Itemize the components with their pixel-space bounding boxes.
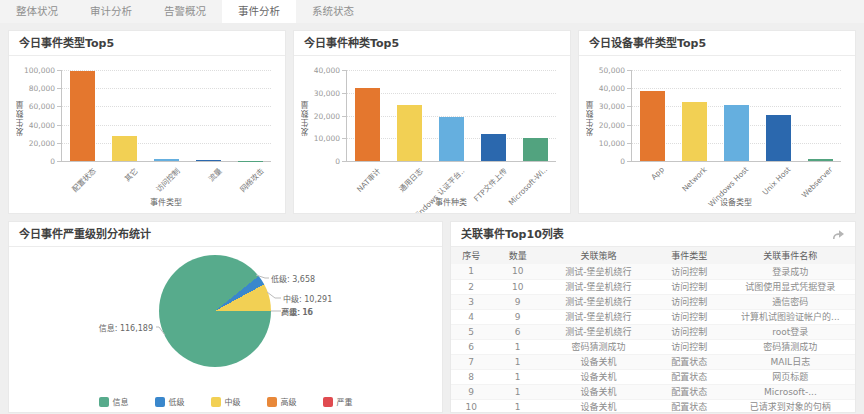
y-axis-tick-label: 0 <box>620 157 625 166</box>
dashboard-main: 今日事件类型Top5 发生数量020,00040,00060,00080,000… <box>0 23 864 413</box>
y-axis-tick-label: 0 <box>50 157 55 166</box>
legend-item-高级[interactable]: 高级 <box>267 396 297 407</box>
x-axis-tick-label: Network <box>680 165 709 194</box>
x-axis-tick-label: 配置状态 <box>69 165 98 194</box>
table-cell: 设备关机 <box>544 354 653 369</box>
y-axis-tick-mark <box>627 143 631 144</box>
table-cell: 密码猜测成功 <box>544 339 653 354</box>
legend-label: 信息 <box>113 396 129 407</box>
table-col-header: 关联策略 <box>544 247 653 264</box>
table-cell: 8 <box>451 369 491 384</box>
table-cell: 3 <box>451 294 491 309</box>
table-cell: 配置状态 <box>653 399 726 413</box>
y-axis-tick-label: 40,000 <box>599 84 625 93</box>
table-cell: 9 <box>491 294 544 309</box>
table-row: 110测试-堡垒机绕行访问控制登录成功 <box>451 264 855 279</box>
y-axis-tick-label: 50,000 <box>599 66 625 75</box>
x-axis-tick-label: App <box>650 165 667 182</box>
pie-legend: 信息低级中级高级严重 <box>9 396 442 407</box>
legend-item-严重[interactable]: 严重 <box>323 396 353 407</box>
legend-label: 低级 <box>169 396 185 407</box>
y-axis-tick-label: 20,000 <box>29 138 55 147</box>
table-row: 49测试-堡垒机绕行访问控制计算机试图验证帐户的... <box>451 309 855 324</box>
table-cell: Microsoft-... <box>726 384 855 399</box>
bar-Windows 认证平台.. <box>439 117 464 161</box>
table-cell: 测试-堡垒机绕行 <box>544 279 653 294</box>
table-cell: 10 <box>491 264 544 279</box>
table-cell: 访问控制 <box>653 339 726 354</box>
bar-FTP文件上传 <box>481 134 506 161</box>
panel-title-severity: 今日事件严重级别分布统计 <box>19 222 151 247</box>
table-cell: 10 <box>491 279 544 294</box>
table-cell: 设备关机 <box>544 399 653 413</box>
table-rows: 110测试-堡垒机绕行访问控制登录成功210测试-堡垒机绕行访问控制试图使用显式… <box>451 264 855 413</box>
x-axis-title: 事件类型 <box>61 196 271 209</box>
table-cell: 9 <box>451 384 491 399</box>
legend-label: 高级 <box>281 396 297 407</box>
severity-pie <box>159 255 271 367</box>
y-axis-title: 发生数量 <box>300 100 311 136</box>
y-axis-tick-mark <box>627 88 631 89</box>
table-col-header: 关联事件名称 <box>726 247 855 264</box>
bar-流量 <box>196 160 221 161</box>
table-cell: 访问控制 <box>653 309 726 324</box>
legend-item-信息[interactable]: 信息 <box>99 396 129 407</box>
legend-item-中级[interactable]: 中级 <box>211 396 241 407</box>
y-axis-tick-mark <box>57 125 61 126</box>
related-events-table: 序号数量关联策略事件类型关联事件名称 110测试-堡垒机绕行访问控制登录成功21… <box>451 247 855 413</box>
table-row: 39测试-堡垒机绕行访问控制通信密码 <box>451 294 855 309</box>
table-cell: 配置状态 <box>653 369 726 384</box>
x-axis-tick-label: 其它 <box>121 165 139 183</box>
table-row: 56测试-堡垒机绕行访问控制root登录 <box>451 324 855 339</box>
y-axis-tick-label: 20,000 <box>314 111 340 120</box>
x-axis-tick-label: Webserver <box>800 165 835 200</box>
y-axis-tick-label: 60,000 <box>29 102 55 111</box>
y-axis-tick-mark <box>57 106 61 107</box>
table-cell: 10 <box>451 399 491 413</box>
share-arrow-icon[interactable] <box>832 229 845 240</box>
x-axis-tick-label: 访问控制 <box>153 165 182 194</box>
table-header-row: 序号数量关联策略事件类型关联事件名称 <box>451 247 855 264</box>
y-axis-tick-label: 20,000 <box>599 120 625 129</box>
table-row: 91设备关机配置状态Microsoft-... <box>451 384 855 399</box>
table-cell: 测试-堡垒机绕行 <box>544 309 653 324</box>
tab-overall-status[interactable]: 整体状况 <box>0 0 74 23</box>
y-axis-tick-mark <box>627 106 631 107</box>
table-cell: 试图使用显式凭据登录 <box>726 279 855 294</box>
legend-swatch <box>323 397 333 407</box>
tab-alert-overview[interactable]: 告警概况 <box>148 0 222 23</box>
y-axis-tick-mark <box>342 138 346 139</box>
panel-title-related-events: 关联事件Top10列表 <box>461 222 564 247</box>
legend-label: 严重 <box>337 396 353 407</box>
bar-NAT审计 <box>355 88 380 161</box>
x-axis-tick-label: Unix Host <box>760 165 792 197</box>
tab-audit-analysis[interactable]: 审计分析 <box>74 0 148 23</box>
table-cell: 1 <box>491 339 544 354</box>
tab-event-analysis[interactable]: 事件分析 <box>222 0 296 23</box>
legend-label: 中级 <box>225 396 241 407</box>
y-axis-tick-mark <box>342 70 346 71</box>
y-axis-tick-label: 80,000 <box>29 84 55 93</box>
top-tab-bar: 整体状况 审计分析 告警概况 事件分析 系统状态 <box>0 0 864 23</box>
y-axis-title: 发生数量 <box>15 100 26 136</box>
bar-其它 <box>112 136 137 161</box>
card-severity-pie: 今日事件严重级别分布统计 低级: 3,658中级: 10,291高级: 16严重… <box>8 221 443 413</box>
table-col-header: 数量 <box>491 247 544 264</box>
y-axis-tick-label: 0 <box>335 157 340 166</box>
legend-swatch <box>155 397 165 407</box>
table-cell: 6 <box>491 324 544 339</box>
table-cell: 7 <box>451 354 491 369</box>
card-event-kind-top5: 今日事件种类Top5 发生数量010,00020,00030,00040,000… <box>293 30 571 214</box>
bar-chart-device-event-type: 发生数量010,00020,00030,00040,00050,000AppNe… <box>579 56 855 209</box>
table-col-header: 序号 <box>451 247 491 264</box>
table-row: 81设备关机配置状态网页标题 <box>451 369 855 384</box>
tab-system-status[interactable]: 系统状态 <box>296 0 370 23</box>
legend-item-低级[interactable]: 低级 <box>155 396 185 407</box>
table-cell: 通信密码 <box>726 294 855 309</box>
table-cell: 配置状态 <box>653 384 726 399</box>
y-axis-tick-mark <box>342 93 346 94</box>
y-axis-tick-label: 100,000 <box>24 66 55 75</box>
x-axis-tick-label: 流量 <box>205 165 223 183</box>
y-axis-tick-mark <box>57 143 61 144</box>
table-cell: 1 <box>491 354 544 369</box>
